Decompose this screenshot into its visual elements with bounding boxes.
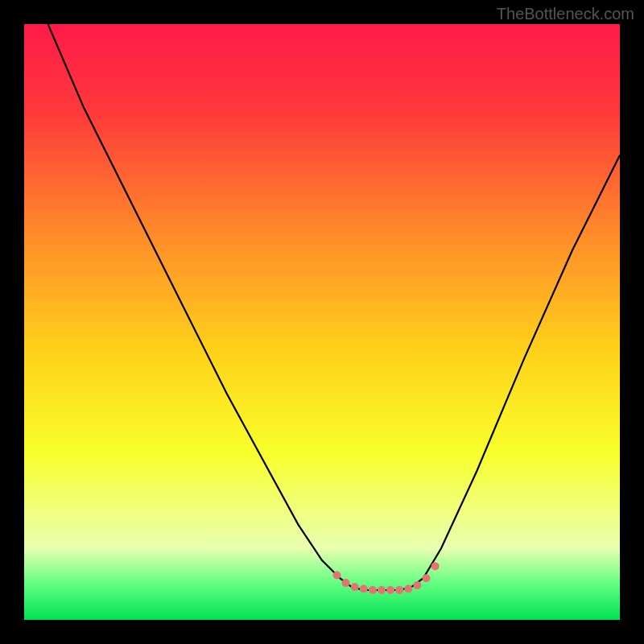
sweet-spot-dot xyxy=(423,574,431,582)
bottleneck-chart xyxy=(0,0,644,644)
sweet-spot-dot xyxy=(395,586,403,594)
plot-area xyxy=(24,24,620,620)
watermark-text: TheBottleneck.com xyxy=(497,5,634,23)
sweet-spot-dot xyxy=(351,583,359,591)
chart-container: TheBottleneck.com xyxy=(0,0,644,644)
sweet-spot-dot xyxy=(360,585,368,593)
sweet-spot-dot xyxy=(369,586,377,594)
sweet-spot-dot xyxy=(431,562,440,570)
sweet-spot-dot xyxy=(386,586,394,594)
sweet-spot-dot xyxy=(333,572,341,580)
sweet-spot-dot xyxy=(378,586,386,594)
sweet-spot-dot xyxy=(404,585,412,593)
sweet-spot-dot xyxy=(342,579,350,587)
sweet-spot-dot xyxy=(413,581,421,589)
